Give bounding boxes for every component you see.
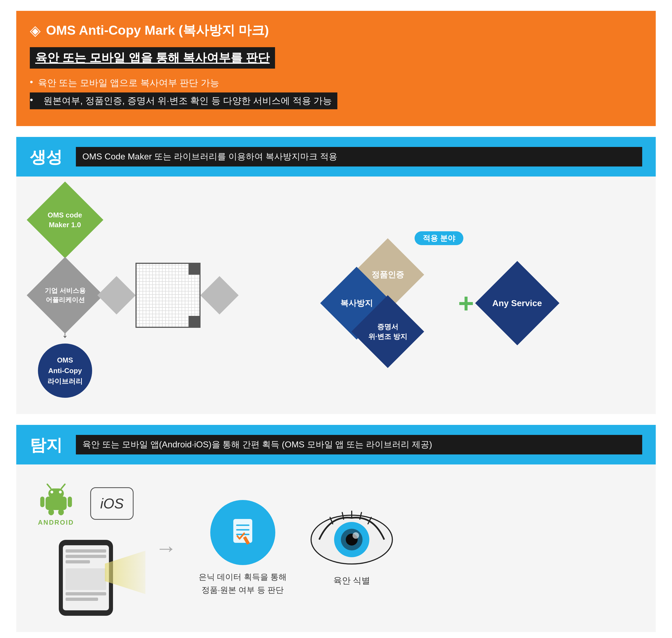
- header-title-text: OMS Anti-Copy Mark (복사방지 마크): [46, 22, 269, 39]
- svg-rect-0: [46, 497, 67, 510]
- doc-corner: [189, 264, 200, 275]
- center-flow: [103, 263, 233, 328]
- header-title: ◈ OMS Anti-Copy Mark (복사방지 마크): [30, 22, 642, 39]
- maker-diamond: OMS code Maker 1.0: [27, 182, 104, 258]
- any-service-diamond: Any Service: [475, 261, 559, 345]
- document-box: [136, 263, 201, 328]
- detection-header: 탐지 육안 또는 모바일 앱(Android·iOS)을 통해 간편 획득 (O…: [16, 425, 656, 465]
- ios-text: iOS: [100, 496, 124, 511]
- doc-corner-br: [189, 316, 200, 327]
- svg-point-3: [59, 490, 62, 493]
- diamond-icon: ◈: [30, 22, 41, 38]
- maker-label: OMS code Maker 1.0: [48, 210, 82, 230]
- apply-label: 적용 분야: [415, 233, 463, 244]
- android-svg: [38, 481, 74, 516]
- data-section: 은닉 데이터 획득을 통해 정품·원본 여부 등 판단: [199, 500, 287, 597]
- generation-label: 생성: [30, 147, 68, 168]
- arrow-diamond-right: [200, 276, 239, 314]
- screen-line-2: [66, 555, 106, 558]
- enterprise-label: 기업 서비스용 어플리케이션: [45, 286, 86, 304]
- svg-rect-7: [67, 497, 72, 507]
- phone-scan-area: [59, 540, 113, 616]
- apply-label-text: 적용 분야: [415, 231, 463, 245]
- library-label: OMS Anti-Copy 라이브러리: [48, 355, 83, 387]
- generation-header: 생성 OMS Code Maker 또는 라이브러리를 이용하여 복사방지마크 …: [16, 137, 656, 177]
- detection-diagram: ANDROID iOS: [38, 481, 634, 616]
- phone-image: [59, 540, 113, 616]
- detection-label: 탐지: [30, 434, 68, 456]
- svg-point-2: [50, 490, 53, 493]
- svg-line-4: [47, 484, 51, 489]
- os-icons: ANDROID iOS: [38, 481, 134, 526]
- eye-section: 육안 식별: [308, 510, 395, 587]
- enterprise-diamond-container: 기업 서비스용 어플리케이션: [38, 268, 92, 322]
- generation-diagram: OMS code Maker 1.0 ↕ 기업 서비스용 어플리케이션 ↓: [38, 193, 634, 398]
- data-label: 은닉 데이터 획득을 통해 정품·원본 여부 등 판단: [199, 570, 287, 597]
- any-service-label: Any Service: [493, 297, 542, 309]
- screen-line-3: [66, 560, 90, 564]
- anticopy-label: 복사방지: [340, 298, 373, 309]
- header-subtitle-box: 육안 또는 모바일 앱을 통해 복사여부를 판단: [30, 47, 642, 77]
- eye-svg: [308, 510, 395, 569]
- right-section: 적용 분야 정품인증 복사방지: [244, 233, 634, 357]
- arrow-right: →: [155, 536, 177, 561]
- ios-box: iOS: [90, 487, 134, 520]
- svg-rect-1: [48, 489, 64, 498]
- page-wrapper: ◈ OMS Anti-Copy Mark (복사방지 마크) 육안 또는 모바일…: [0, 0, 672, 638]
- bullet-1: 육안 또는 모바일 앱으로 복사여부 판단 가능: [30, 77, 642, 89]
- detection-desc: 육안 또는 모바일 앱(Android·iOS)을 통해 간편 획득 (OMS …: [76, 435, 642, 454]
- svg-rect-10: [233, 519, 252, 543]
- svg-line-5: [61, 484, 65, 489]
- eye-label: 육안 식별: [333, 575, 371, 587]
- detection-section: 탐지 육안 또는 모바일 앱(Android·iOS)을 통해 간편 획득 (O…: [16, 425, 656, 632]
- left-components: OMS code Maker 1.0 ↕ 기업 서비스용 어플리케이션 ↓: [38, 193, 92, 398]
- generation-desc: OMS Code Maker 또는 라이브러리를 이용하여 복사방지마크 적용: [76, 147, 642, 167]
- android-icon: ANDROID: [38, 481, 74, 526]
- generation-section: 생성 OMS Code Maker 또는 라이브러리를 이용하여 복사방지마크 …: [16, 137, 656, 414]
- svg-point-19: [352, 532, 359, 539]
- header-bullets: 육안 또는 모바일 앱으로 복사여부 판단 가능 원본여부, 정품인증, 증명서…: [30, 77, 642, 113]
- authentication-label: 정품인증: [372, 269, 404, 280]
- plus-icon: +: [458, 289, 474, 317]
- enterprise-diamond: 기업 서비스용 어플리케이션: [27, 257, 104, 334]
- svg-rect-9: [58, 509, 64, 515]
- screen-content: [66, 568, 106, 590]
- library-circle: OMS Anti-Copy 라이브러리: [38, 343, 92, 398]
- bullet-2: 원본여부, 정품인증, 증명서 위·변조 확인 등 다양한 서비스에 적용 가능: [30, 93, 337, 109]
- generation-body: OMS code Maker 1.0 ↕ 기업 서비스용 어플리케이션 ↓: [16, 177, 656, 414]
- mobile-section: ANDROID iOS: [38, 481, 134, 616]
- screen-line-5: [66, 598, 98, 601]
- android-text: ANDROID: [38, 519, 74, 526]
- document-label: 증명서 위·변조 방지: [368, 322, 407, 342]
- svg-rect-8: [48, 509, 54, 515]
- screen-line-1: [66, 549, 106, 553]
- arrow-diamond-left: [97, 276, 136, 314]
- svg-rect-6: [40, 497, 45, 507]
- data-circle: [210, 500, 275, 565]
- detection-body: ANDROID iOS: [16, 465, 656, 632]
- applications-area: 정품인증 복사방지 증명서 위·변조 방지 +: [331, 249, 547, 357]
- phone-screen: [63, 545, 109, 610]
- header-subtitle: 육안 또는 모바일 앱을 통해 복사여부를 판단: [30, 47, 275, 69]
- checklist-svg: [229, 518, 256, 548]
- header-section: ◈ OMS Anti-Copy Mark (복사방지 마크) 육안 또는 모바일…: [16, 11, 656, 126]
- maker-diamond-container: OMS code Maker 1.0: [38, 193, 92, 247]
- screen-line-4: [66, 592, 106, 595]
- diamonds-cluster: 정품인증 복사방지 증명서 위·변조 방지: [331, 249, 445, 357]
